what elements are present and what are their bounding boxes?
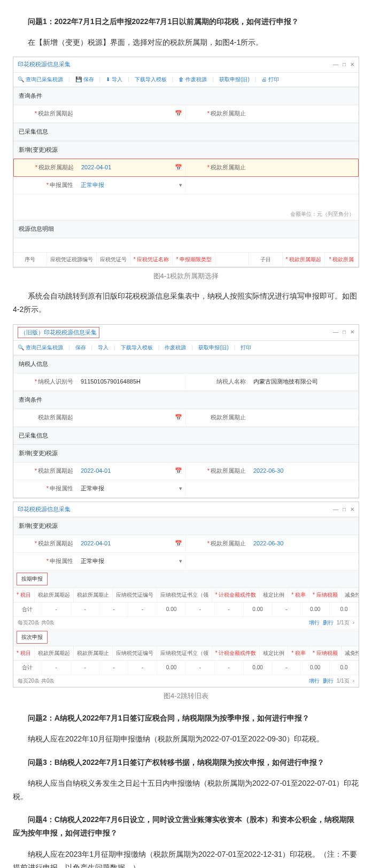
app-window-fig2a: （旧版）印花税税源信息采集 — □ ✕ 🔍查询已采集税源| 保存| 导入| 下载… xyxy=(13,324,359,498)
maximize-icon[interactable]: □ xyxy=(343,60,346,69)
minimize-icon[interactable]: — xyxy=(333,60,338,69)
maximize-icon[interactable]: □ xyxy=(343,327,346,337)
input-period-to-4[interactable]: 2022-06-30 xyxy=(250,536,359,551)
app-window-fig1: 印花税税源信息采集 — □ ✕ 🔍查询已采集税源| 💾保存| ⬇导入| 下载导入… xyxy=(13,57,359,267)
paragraph: 纳税人应在2023年1月征期申报缴纳（税款所属期为2022-07-01至2022… xyxy=(13,848,359,868)
calendar-icon: 📅 xyxy=(175,538,182,549)
grid-header-occurrence: * 税目 税款所属期起 税款所属期止 应纳税凭证编号 应纳税凭证书立（领 * 计… xyxy=(13,646,359,661)
calendar-icon: 📅 xyxy=(175,466,182,476)
toolbar-query[interactable]: 🔍查询已采集税源 xyxy=(18,75,63,84)
label-taxpayer-id: 纳税人识别号 xyxy=(38,378,73,385)
field-taxpayer-name: 内蒙古国测地技有限公司 xyxy=(250,374,359,389)
input-period-to-3[interactable]: 2022-06-30 xyxy=(250,464,359,479)
maximize-icon[interactable]: □ xyxy=(343,505,346,514)
question-4: 问题4：C纳税人2022年7月6日设立，同时设立营业账簿实收资本（股本）和资本公… xyxy=(13,813,359,840)
toolbar-template[interactable]: 下载导入模板 xyxy=(121,343,153,353)
save-icon: 💾 xyxy=(75,75,82,84)
close-icon[interactable]: ✕ xyxy=(350,60,354,69)
section-new-source: 新增(变更)税源 xyxy=(13,444,359,463)
search-icon: 🔍 xyxy=(18,343,24,353)
section-collected: 已采集信息 xyxy=(13,123,359,141)
section-new-source: 新增(变更)税源 xyxy=(13,141,359,159)
question-3: 问题3：B纳税人2022年7月1日签订产权转移书据，纳税期限为按次申报，如何进行… xyxy=(13,756,359,769)
select-declare-attr[interactable]: 正常申报▾ xyxy=(78,178,186,193)
input-period-from[interactable]: 📅 xyxy=(78,106,186,121)
toolbar-fetch[interactable]: 获取申报(旧) xyxy=(219,75,250,84)
pager-next-icon[interactable]: › xyxy=(353,676,354,686)
toolbar-query[interactable]: 🔍查询已采集税源 xyxy=(18,343,63,353)
input-period-from-3[interactable]: 2022-04-01📅 xyxy=(78,464,186,479)
pager-total: 每页20条 共0条 xyxy=(18,618,55,628)
toolbar-save[interactable]: 💾保存 xyxy=(75,75,94,84)
paragraph: 纳税人应在2022年10月征期申报缴纳（税款所属期为2022-07-01至202… xyxy=(13,732,359,746)
section-collected: 已采集信息 xyxy=(13,427,359,445)
del-row-button[interactable]: 删行 xyxy=(323,676,334,686)
input-period-from-2[interactable]: 2022-04-01📅 xyxy=(78,160,186,175)
trash-icon: 🗑 xyxy=(179,75,184,84)
label-period-from-4: 税款所属期起 xyxy=(38,540,73,546)
select-declare-attr-3[interactable]: 正常申报▾ xyxy=(78,554,186,569)
calendar-icon: 📅 xyxy=(175,108,182,119)
paragraph: 在【新增（变更）税源】界面，选择对应的税款所属期，如图4-1所示。 xyxy=(13,36,359,49)
input-period-from-4[interactable]: 2022-04-01📅 xyxy=(78,536,186,551)
minimize-icon[interactable]: — xyxy=(333,327,338,337)
section-taxpayer: 纳税人信息 xyxy=(13,355,359,373)
section-new-source: 新增(变更)税源 xyxy=(13,517,359,535)
question-1: 问题1：2022年7月1日之后申报2022年7月1日以前属期的印花税，如何进行申… xyxy=(13,15,359,28)
search-icon: 🔍 xyxy=(18,75,24,84)
grid-header-period: * 税目 税款所属期起 税款所属期止 应纳税凭证编号 应纳税凭证书立（领 * 计… xyxy=(13,588,359,603)
app-window-fig2b: 印花税税源信息采集 — □ ✕ 新增(变更)税源 *税款所属期起 2022-04… xyxy=(13,502,359,687)
input-period-from[interactable]: 📅 xyxy=(78,410,186,425)
import-icon: ⬇ xyxy=(106,75,110,84)
chevron-down-icon: ▾ xyxy=(179,483,182,494)
window-title-old: （旧版）印花税税源信息采集 xyxy=(18,327,99,339)
add-row-button[interactable]: 增行 xyxy=(309,676,320,686)
input-period-to[interactable] xyxy=(250,416,359,420)
field-taxpayer-id: 91150105790164885H xyxy=(78,374,186,389)
tab-per-occurrence[interactable]: 按次申报 xyxy=(17,631,48,644)
toolbar-save[interactable]: 保存 xyxy=(75,343,86,353)
toolbar-void[interactable]: 🗑作废税源 xyxy=(179,75,207,84)
figure-caption-1: 图4-1税款所属期选择 xyxy=(13,270,359,282)
section-query: 查询条件 xyxy=(13,391,359,409)
input-period-to-2[interactable] xyxy=(250,166,358,170)
pager-page: 1/1页 xyxy=(337,618,350,628)
del-row-button[interactable]: 删行 xyxy=(323,618,334,628)
grid-header: 序号 应税凭证税源编号 应税凭证号 * 应税凭证名称 * 申报期限类型 子目 *… xyxy=(13,252,359,267)
label-period-to-2: 税款所属期止 xyxy=(211,164,246,170)
select-declare-attr-2[interactable]: 正常申报▾ xyxy=(78,481,186,496)
label-declare-attr-3: 申报属性 xyxy=(50,558,73,564)
print-icon: 🖨 xyxy=(261,75,267,84)
toolbar-print[interactable]: 🖨打印 xyxy=(261,75,279,84)
close-icon[interactable]: ✕ xyxy=(350,327,354,337)
toolbar-print[interactable]: 打印 xyxy=(241,343,251,353)
pager-page-2: 1/1页 xyxy=(337,676,350,686)
toolbar-void[interactable]: 作废税源 xyxy=(165,343,186,353)
close-icon[interactable]: ✕ xyxy=(350,505,354,514)
label-period-to-4: 税款所属期止 xyxy=(211,540,246,546)
pager-next-icon[interactable]: › xyxy=(353,618,354,628)
label-declare-attr-2: 申报属性 xyxy=(50,485,73,491)
label-period-from-2: 税款所属期起 xyxy=(38,164,74,170)
grid-total-row-2: 合计 ---- 0.00-- 0.00-0.000.0 xyxy=(13,661,359,675)
input-period-to[interactable] xyxy=(250,112,359,116)
toolbar-import[interactable]: ⬇导入 xyxy=(106,75,122,84)
label-period-from-3: 税款所属期起 xyxy=(38,467,73,474)
label-period-to-3: 税款所属期止 xyxy=(211,467,246,474)
chevron-down-icon: ▾ xyxy=(179,556,182,567)
calendar-icon: 📅 xyxy=(175,412,182,423)
label-period-to: 税款所属期止 xyxy=(211,110,246,116)
pager-total-2: 每页20条 共0条 xyxy=(18,676,55,686)
window-title: 印花税税源信息采集 xyxy=(18,504,71,515)
toolbar-import[interactable]: 导入 xyxy=(98,343,108,353)
chevron-down-icon: ▾ xyxy=(179,180,182,191)
tab-period-declare[interactable]: 按期申报 xyxy=(17,573,48,585)
toolbar-fetch[interactable]: 获取申报(旧) xyxy=(198,343,229,353)
calendar-icon: 📅 xyxy=(175,162,182,173)
paragraph: 纳税人应当自纳税义务发生之日起十五日内申报缴纳（税款所属期为2022-07-01… xyxy=(13,777,359,803)
toolbar-template[interactable]: 下载导入模板 xyxy=(135,75,167,84)
section-detail: 税源信息明细 xyxy=(13,220,359,238)
add-row-button[interactable]: 增行 xyxy=(309,618,320,628)
label-taxpayer-name: 纳税人名称 xyxy=(216,378,246,385)
minimize-icon[interactable]: — xyxy=(333,505,338,514)
